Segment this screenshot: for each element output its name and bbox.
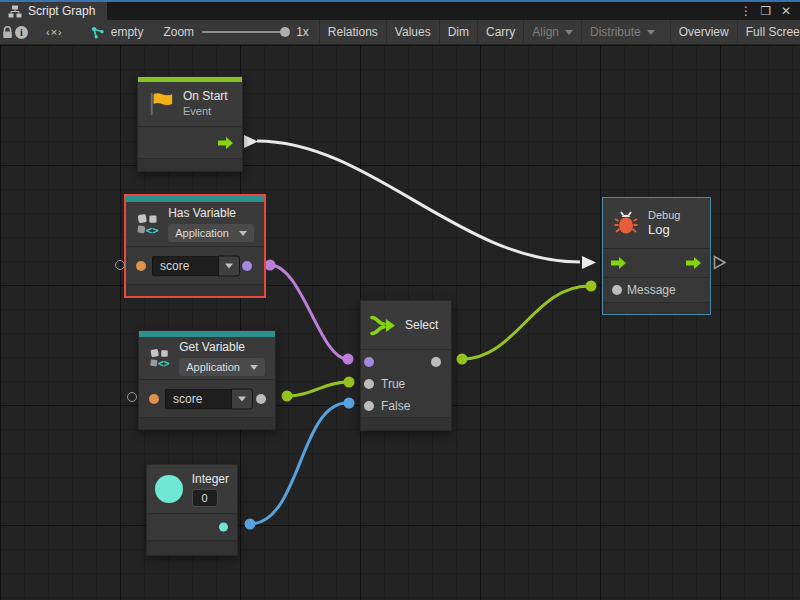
- value-output-port[interactable]: [256, 394, 266, 404]
- combo-dropdown-button[interactable]: [231, 388, 253, 409]
- value-output-port[interactable]: [219, 523, 228, 532]
- node-debug-log-highlight: Debug Log Message: [602, 197, 711, 315]
- relations-button[interactable]: Relations: [319, 20, 386, 45]
- node-title: Get Variable: [179, 340, 265, 355]
- node-debug-log[interactable]: Debug Log Message: [603, 198, 710, 314]
- close-icon[interactable]: ✕: [778, 4, 794, 18]
- scope-label: Application: [175, 227, 229, 239]
- graph-context-label: empty: [111, 25, 144, 39]
- scope-dropdown[interactable]: Application: [179, 358, 265, 376]
- overview-button[interactable]: Overview: [670, 20, 737, 45]
- graph-icon: [8, 5, 22, 18]
- svg-text:<>: <>: [146, 224, 159, 237]
- unconnected-port-indicator[interactable]: [115, 260, 125, 270]
- flag-icon: [148, 91, 174, 117]
- graph-context-breadcrumb[interactable]: empty: [81, 25, 154, 39]
- window-controls: ⋮ ❒ ✕: [738, 2, 800, 20]
- values-button[interactable]: Values: [386, 20, 439, 45]
- node-footer: [361, 417, 451, 430]
- true-input-port[interactable]: [364, 379, 374, 389]
- zoom-value: 1x: [296, 25, 309, 39]
- unconnected-port-indicator[interactable]: [127, 392, 137, 402]
- node-title: On Start: [183, 89, 228, 104]
- node-get-variable[interactable]: <> Get Variable Application score: [138, 330, 276, 430]
- bug-icon: [613, 210, 639, 236]
- node-footer: [138, 158, 242, 171]
- code-icon[interactable]: ‹×›: [32, 26, 77, 38]
- node-integer[interactable]: Integer 0: [146, 464, 238, 556]
- flow-output-port[interactable]: [218, 137, 234, 149]
- node-kind: Debug: [648, 208, 680, 222]
- tab-bar: Script Graph ⋮ ❒ ✕: [0, 2, 800, 20]
- wire-hasvariable-to-select: [265, 260, 354, 365]
- carry-button[interactable]: Carry: [477, 20, 523, 45]
- integer-icon: [155, 475, 183, 503]
- graph-toolbar: i ‹×› empty Zoom 1x Relations Values Dim: [0, 20, 800, 45]
- node-subtitle: Event: [183, 104, 228, 118]
- wire-select-to-message: [457, 281, 597, 365]
- variable-name-value[interactable]: score: [152, 255, 218, 276]
- unconnected-flow-indicator[interactable]: [713, 255, 727, 270]
- node-has-variable[interactable]: <> Has Variable Application score: [126, 196, 264, 296]
- scope-label: Application: [186, 361, 240, 373]
- wire-flow-onstart-to-log: [244, 135, 596, 269]
- distribute-dropdown: Distribute: [581, 20, 663, 45]
- flow-output-port[interactable]: [686, 257, 702, 269]
- zoom-slider[interactable]: [202, 31, 288, 33]
- scope-dropdown[interactable]: Application: [168, 224, 254, 242]
- flow-input-port[interactable]: [611, 257, 627, 269]
- message-port-label: Message: [627, 283, 676, 297]
- condition-input-port[interactable]: [364, 357, 374, 367]
- tab-script-graph[interactable]: Script Graph: [0, 2, 107, 20]
- variable-name-port[interactable]: [149, 394, 159, 404]
- node-title: Log: [648, 222, 680, 238]
- inspect-button[interactable]: i: [15, 20, 28, 45]
- node-title: Select: [405, 318, 438, 333]
- fullscreen-button[interactable]: Full Screen: [737, 20, 800, 45]
- variable-name-combo[interactable]: score: [152, 255, 240, 276]
- zoom-label: Zoom: [163, 25, 194, 39]
- maximize-icon[interactable]: ❒: [758, 4, 774, 18]
- selection-output-port[interactable]: [431, 357, 441, 367]
- variable-name-port[interactable]: [136, 261, 146, 271]
- info-icon: i: [15, 26, 28, 39]
- script-graph-window: Script Graph ⋮ ❒ ✕ i ‹×› em: [0, 0, 800, 600]
- align-dropdown: Align: [523, 20, 581, 45]
- combo-dropdown-button[interactable]: [218, 255, 240, 276]
- false-input-port[interactable]: [364, 401, 374, 411]
- lock-button[interactable]: [0, 20, 15, 45]
- merge-arrow-icon: [369, 312, 396, 339]
- node-footer: [147, 540, 237, 555]
- true-port-label: True: [381, 377, 405, 391]
- node-on-start[interactable]: On Start Event: [137, 76, 243, 172]
- message-input-port[interactable]: [612, 285, 622, 295]
- toolbar-buttons: Relations Values Dim Carry Align Distrib…: [319, 20, 800, 45]
- node-footer: [603, 302, 710, 314]
- empty-graph-icon: [91, 26, 105, 39]
- menu-icon[interactable]: ⋮: [738, 4, 754, 18]
- node-footer: [139, 417, 275, 429]
- integer-value-input[interactable]: 0: [192, 489, 218, 507]
- zoom-slider-knob[interactable]: [280, 27, 290, 37]
- graph-canvas[interactable]: On Start Event <>: [0, 45, 800, 600]
- dim-button[interactable]: Dim: [439, 20, 477, 45]
- node-footer: [126, 284, 264, 296]
- variable-name-combo[interactable]: score: [165, 388, 253, 409]
- node-title: Integer: [192, 472, 229, 487]
- lock-icon: [0, 25, 15, 39]
- value-output-port[interactable]: [242, 261, 252, 271]
- variables-icon: <>: [136, 211, 159, 237]
- node-title: Has Variable: [168, 206, 254, 221]
- false-port-label: False: [381, 399, 410, 413]
- tab-title: Script Graph: [28, 4, 95, 18]
- node-select[interactable]: Select True False: [360, 300, 452, 431]
- variable-name-value[interactable]: score: [165, 388, 231, 409]
- svg-text:<>: <>: [158, 358, 170, 369]
- variables-icon: <>: [149, 345, 170, 371]
- wire-getvariable-to-true: [282, 377, 355, 402]
- node-has-variable-selection: <> Has Variable Application score: [124, 194, 266, 298]
- zoom-control: Zoom 1x: [153, 25, 318, 39]
